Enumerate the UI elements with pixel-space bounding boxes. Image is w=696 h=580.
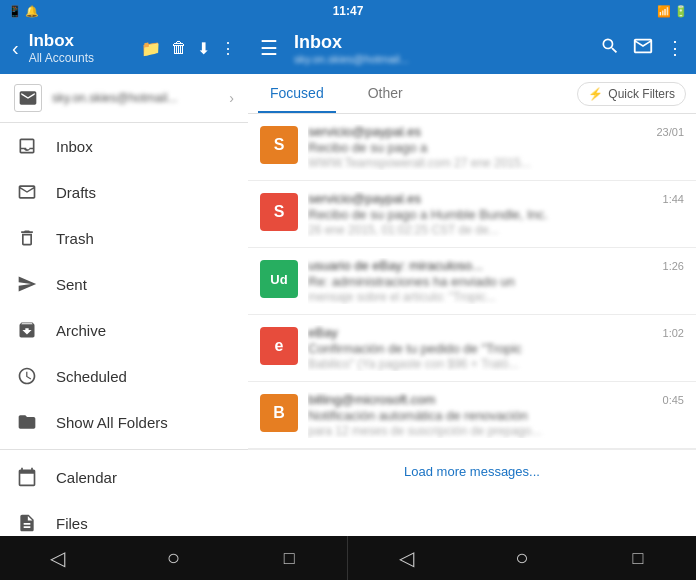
notification-icon: 🔔	[25, 5, 39, 18]
sidebar-item-drafts[interactable]: Drafts	[0, 169, 248, 215]
email-item[interactable]: e eBay 1:02 Confirmación de tu pedido de…	[248, 315, 696, 382]
right-header-info: Inbox sky.on.skies@hotmail...	[294, 32, 590, 65]
email-preview: mensaje sobre el artículo: "Tropic...	[308, 290, 684, 304]
back-button-left[interactable]: ◁	[28, 536, 88, 580]
nav-items: Inbox Drafts Trash Sent	[0, 123, 248, 536]
quick-filters-button[interactable]: ⚡ Quick Filters	[577, 82, 686, 106]
email-sender: usuario de eBay: miraculoso...	[308, 258, 483, 273]
sidebar-item-calendar[interactable]: Calendar	[0, 454, 248, 500]
delete-icon[interactable]: 🗑	[171, 39, 187, 57]
avatar: B	[260, 394, 298, 432]
email-top-row: usuario de eBay: miraculoso... 1:26	[308, 258, 684, 273]
archive-label: Archive	[56, 322, 106, 339]
email-subject: Re: administraciones ha enviado un	[308, 274, 684, 289]
compose-button[interactable]	[632, 35, 654, 61]
tab-other[interactable]: Other	[356, 75, 415, 113]
trash-icon	[16, 227, 38, 249]
sent-label: Sent	[56, 276, 87, 293]
right-header: ☰ Inbox sky.on.skies@hotmail... ⋮	[248, 22, 696, 74]
email-content: servicio@paypal.es 1:44 Recibo de su pag…	[308, 191, 684, 237]
sidebar-item-archive[interactable]: Archive	[0, 307, 248, 353]
showfolders-label: Show All Folders	[56, 414, 168, 431]
scheduled-label: Scheduled	[56, 368, 127, 385]
recent-button-left[interactable]: □	[259, 536, 319, 580]
right-panel-title: Inbox	[294, 32, 590, 53]
home-button-left[interactable]: ○	[143, 536, 203, 580]
avatar: e	[260, 327, 298, 365]
status-bar-left: 📱 🔔	[8, 5, 39, 18]
more-icon[interactable]: ⋮	[220, 39, 236, 58]
sidebar-item-showfolders[interactable]: Show All Folders	[0, 399, 248, 445]
wifi-icon: 📶	[657, 5, 671, 18]
account-icon	[14, 84, 42, 112]
email-subject: Notificación automática de renovación	[308, 408, 684, 423]
inbox-icon	[16, 135, 38, 157]
calendar-label: Calendar	[56, 469, 117, 486]
drafts-icon	[16, 181, 38, 203]
status-bar-right: 📶 🔋	[657, 5, 688, 18]
battery-icon: 🔋	[674, 5, 688, 18]
load-more-button[interactable]: Load more messages...	[248, 449, 696, 493]
email-content: billing@microsoft.com 0:45 Notificación …	[308, 392, 684, 438]
email-item[interactable]: S servicio@paypal.es 23/01 Recibo de su …	[248, 114, 696, 181]
left-header-subtitle: All Accounts	[29, 51, 94, 65]
search-button[interactable]	[600, 36, 620, 60]
email-sender: servicio@paypal.es	[308, 191, 421, 206]
archive-icon	[16, 319, 38, 341]
back-button-right[interactable]: ◁	[376, 536, 436, 580]
more-options-button[interactable]: ⋮	[666, 37, 684, 59]
folder-icon[interactable]: 📁	[141, 39, 161, 58]
email-subject: Confirmación de tu pedido de "Tropic	[308, 341, 684, 356]
email-sender: billing@microsoft.com	[308, 392, 435, 407]
account-email: sky.on.skies@hotmail...	[52, 91, 219, 105]
files-label: Files	[56, 515, 88, 532]
email-top-row: servicio@paypal.es 1:44	[308, 191, 684, 206]
sidebar-item-files[interactable]: Files	[0, 500, 248, 536]
home-button-right[interactable]: ○	[492, 536, 552, 580]
tabs-row: Focused Other ⚡ Quick Filters	[248, 74, 696, 114]
email-preview: 26 ene 2015, 01:02:25 CST de de...	[308, 223, 684, 237]
nav-separator	[0, 449, 248, 450]
quick-filters-label: Quick Filters	[608, 87, 675, 101]
email-item[interactable]: Ud usuario de eBay: miraculoso... 1:26 R…	[248, 248, 696, 315]
email-item[interactable]: B billing@microsoft.com 0:45 Notificació…	[248, 382, 696, 449]
signal-icon: 📱	[8, 5, 22, 18]
recent-button-right[interactable]: □	[608, 536, 668, 580]
hamburger-menu-button[interactable]: ☰	[260, 36, 278, 60]
email-content: servicio@paypal.es 23/01 Recibo de su pa…	[308, 124, 684, 170]
sidebar-item-sent[interactable]: Sent	[0, 261, 248, 307]
sidebar-item-inbox[interactable]: Inbox	[0, 123, 248, 169]
left-drawer: ‹ Inbox All Accounts 📁 🗑 ⬇ ⋮ sky.on.skie…	[0, 22, 248, 536]
email-preview: Babilico" (Ya pagaste con $96 + Trató...	[308, 357, 684, 371]
email-content: eBay 1:02 Confirmación de tu pedido de "…	[308, 325, 684, 371]
right-bottom-nav: ◁ ○ □	[348, 536, 696, 580]
account-row[interactable]: sky.on.skies@hotmail... ›	[0, 74, 248, 123]
sidebar-item-trash[interactable]: Trash	[0, 215, 248, 261]
avatar: S	[260, 126, 298, 164]
folder-icon	[16, 411, 38, 433]
left-header-title: Inbox	[29, 31, 94, 51]
tab-focused[interactable]: Focused	[258, 75, 336, 113]
email-list: S servicio@paypal.es 23/01 Recibo de su …	[248, 114, 696, 536]
download-icon[interactable]: ⬇	[197, 39, 210, 58]
email-preview: WWW.Teamspowerall.com 27 ene 2015...	[308, 156, 684, 170]
calendar-icon	[16, 466, 38, 488]
sidebar-item-scheduled[interactable]: Scheduled	[0, 353, 248, 399]
right-header-icons: ⋮	[600, 35, 684, 61]
envelope-icon	[18, 88, 38, 108]
right-panel-subtitle: sky.on.skies@hotmail...	[294, 53, 590, 65]
drafts-label: Drafts	[56, 184, 96, 201]
status-time: 11:47	[333, 4, 364, 18]
right-panel: ☰ Inbox sky.on.skies@hotmail... ⋮ Focuse…	[248, 22, 696, 536]
inbox-label: Inbox	[56, 138, 93, 155]
avatar: S	[260, 193, 298, 231]
lightning-icon: ⚡	[588, 87, 603, 101]
status-bar: 📱 🔔 11:47 📶 🔋	[0, 0, 696, 22]
email-item[interactable]: S servicio@paypal.es 1:44 Recibo de su p…	[248, 181, 696, 248]
email-top-row: billing@microsoft.com 0:45	[308, 392, 684, 407]
back-button[interactable]: ‹	[12, 37, 19, 60]
left-header: ‹ Inbox All Accounts 📁 🗑 ⬇ ⋮	[0, 22, 248, 74]
email-time: 1:26	[663, 260, 684, 272]
avatar: Ud	[260, 260, 298, 298]
email-subject: Recibo de su pago a Humble Bundle, Inc.	[308, 207, 684, 222]
